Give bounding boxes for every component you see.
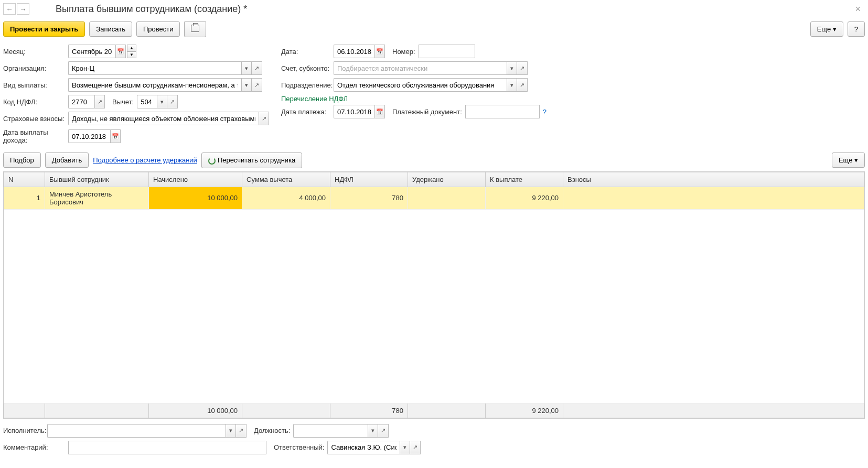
comment-input[interactable] bbox=[68, 441, 266, 454]
add-button[interactable]: Добавить bbox=[45, 153, 89, 168]
refresh-icon bbox=[208, 157, 216, 165]
ndfl-code-input[interactable] bbox=[68, 95, 94, 108]
col-deduct-sum[interactable]: Сумма вычета bbox=[242, 172, 330, 187]
pay-date-calendar-button[interactable]: 📅 bbox=[374, 105, 385, 118]
col-n[interactable]: N bbox=[4, 172, 45, 187]
chevron-down-icon: ▾ bbox=[833, 25, 837, 33]
exec-input[interactable] bbox=[47, 424, 226, 438]
ndfl-code-label: Код НДФЛ: bbox=[3, 98, 68, 106]
org-dropdown-button[interactable]: ▾ bbox=[241, 61, 252, 75]
post-button[interactable]: Провести bbox=[136, 21, 180, 37]
total-ndfl: 780 bbox=[330, 403, 408, 418]
deduct-input[interactable] bbox=[137, 95, 157, 108]
nav-back-button[interactable]: ← bbox=[3, 3, 16, 15]
number-label: Номер: bbox=[392, 48, 415, 56]
pay-type-open-button[interactable]: ↗ bbox=[252, 78, 262, 92]
date-label: Дата: bbox=[281, 48, 334, 56]
totals-row: 10 000,00 780 9 220,00 bbox=[4, 403, 864, 418]
total-to-pay: 9 220,00 bbox=[486, 403, 563, 418]
save-button[interactable]: Записать bbox=[89, 21, 132, 37]
account-open-button[interactable]: ↗ bbox=[517, 61, 528, 75]
exec-label: Исполнитель: bbox=[3, 427, 47, 434]
pay-type-input[interactable] bbox=[68, 78, 241, 92]
position-open-button[interactable]: ↗ bbox=[378, 424, 389, 438]
month-up-button[interactable]: ▲ bbox=[127, 45, 136, 51]
income-date-calendar-button[interactable]: 📅 bbox=[110, 129, 121, 143]
deduct-dropdown-button[interactable]: ▾ bbox=[157, 95, 167, 108]
cell-n[interactable]: 1 bbox=[4, 187, 45, 209]
more-button[interactable]: Еще ▾ bbox=[810, 21, 843, 37]
recalc-button[interactable]: Пересчитать сотрудника bbox=[201, 153, 302, 168]
cell-deduct-sum[interactable]: 4 000,00 bbox=[242, 187, 330, 209]
cell-contrib[interactable] bbox=[563, 187, 864, 209]
deduct-label: Вычет: bbox=[112, 98, 134, 106]
pay-date-label: Дата платежа: bbox=[281, 108, 334, 116]
pay-date-input[interactable] bbox=[334, 105, 374, 118]
details-link[interactable]: Подробнее о расчете удержаний bbox=[93, 156, 197, 164]
col-ndfl[interactable]: НДФЛ bbox=[330, 172, 408, 187]
position-dropdown-button[interactable]: ▾ bbox=[368, 424, 378, 438]
calendar-icon[interactable]: 📅 bbox=[115, 45, 126, 58]
position-input[interactable] bbox=[293, 424, 368, 438]
print-icon bbox=[191, 25, 199, 32]
resp-label: Ответственный: bbox=[274, 443, 324, 451]
account-dropdown-button[interactable]: ▾ bbox=[507, 61, 517, 75]
cell-employee[interactable]: Минчев Аристотель Борисович bbox=[45, 187, 149, 209]
close-icon[interactable]: × bbox=[851, 4, 865, 15]
select-button[interactable]: Подбор bbox=[3, 153, 41, 168]
dept-input[interactable] bbox=[334, 78, 507, 92]
resp-dropdown-button[interactable]: ▾ bbox=[400, 441, 410, 454]
date-input[interactable] bbox=[334, 45, 374, 58]
cell-ndfl[interactable]: 780 bbox=[330, 187, 408, 209]
org-open-button[interactable]: ↗ bbox=[252, 61, 262, 75]
pay-doc-input[interactable] bbox=[465, 105, 540, 118]
cell-withheld[interactable] bbox=[408, 187, 486, 209]
transfer-section-label: Перечисление НДФЛ bbox=[281, 95, 546, 103]
nav-forward-button[interactable]: → bbox=[17, 3, 29, 15]
col-contrib[interactable]: Взносы bbox=[563, 172, 864, 187]
month-input[interactable] bbox=[68, 45, 115, 58]
dept-dropdown-button[interactable]: ▾ bbox=[507, 78, 517, 92]
resp-open-button[interactable]: ↗ bbox=[410, 441, 421, 454]
income-date-label: Дата выплаты дохода: bbox=[3, 128, 68, 144]
cell-to-pay[interactable]: 9 220,00 bbox=[486, 187, 563, 209]
exec-open-button[interactable]: ↗ bbox=[236, 424, 247, 438]
cell-accrued[interactable]: 10 000,00 bbox=[149, 187, 242, 209]
pay-doc-label: Платежный документ: bbox=[392, 108, 462, 116]
ins-label: Страховые взносы: bbox=[3, 115, 68, 123]
deduct-open-button[interactable]: ↗ bbox=[167, 95, 178, 108]
col-accrued[interactable]: Начислено bbox=[149, 172, 242, 187]
help-button[interactable]: ? bbox=[848, 21, 865, 37]
month-down-button[interactable]: ▼ bbox=[127, 51, 136, 58]
ins-open-button[interactable]: ↗ bbox=[259, 112, 269, 125]
col-to-pay[interactable]: К выплате bbox=[486, 172, 563, 187]
post-and-close-button[interactable]: Провести и закрыть bbox=[3, 21, 85, 37]
total-accrued: 10 000,00 bbox=[149, 403, 242, 418]
org-input[interactable] bbox=[68, 61, 241, 75]
chevron-down-icon: ▾ bbox=[854, 156, 858, 164]
employees-table[interactable]: N Бывший сотрудник Начислено Сумма вычет… bbox=[4, 172, 864, 418]
dept-open-button[interactable]: ↗ bbox=[517, 78, 528, 92]
col-employee[interactable]: Бывший сотрудник bbox=[45, 172, 149, 187]
pay-type-label: Вид выплаты: bbox=[3, 81, 68, 89]
col-withheld[interactable]: Удержано bbox=[408, 172, 486, 187]
dept-label: Подразделение: bbox=[281, 81, 334, 89]
org-label: Организация: bbox=[3, 64, 68, 72]
number-input[interactable] bbox=[419, 45, 475, 58]
position-label: Должность: bbox=[254, 427, 290, 434]
account-input[interactable] bbox=[334, 61, 507, 75]
print-button[interactable] bbox=[184, 21, 206, 37]
table-more-button[interactable]: Еще ▾ bbox=[832, 153, 865, 168]
resp-input[interactable] bbox=[327, 441, 400, 454]
month-label: Месяц: bbox=[3, 48, 68, 56]
date-calendar-button[interactable]: 📅 bbox=[374, 45, 385, 58]
table-row[interactable]: 1 Минчев Аристотель Борисович 10 000,00 … bbox=[4, 187, 864, 209]
exec-dropdown-button[interactable]: ▾ bbox=[226, 424, 236, 438]
help-icon[interactable]: ? bbox=[543, 108, 546, 116]
ins-input[interactable] bbox=[68, 112, 259, 125]
ndfl-code-open-button[interactable]: ↗ bbox=[94, 95, 105, 108]
grid-empty-space bbox=[4, 209, 864, 403]
account-label: Счет, субконто: bbox=[281, 64, 334, 72]
pay-type-dropdown-button[interactable]: ▾ bbox=[241, 78, 252, 92]
income-date-input[interactable] bbox=[68, 129, 110, 143]
